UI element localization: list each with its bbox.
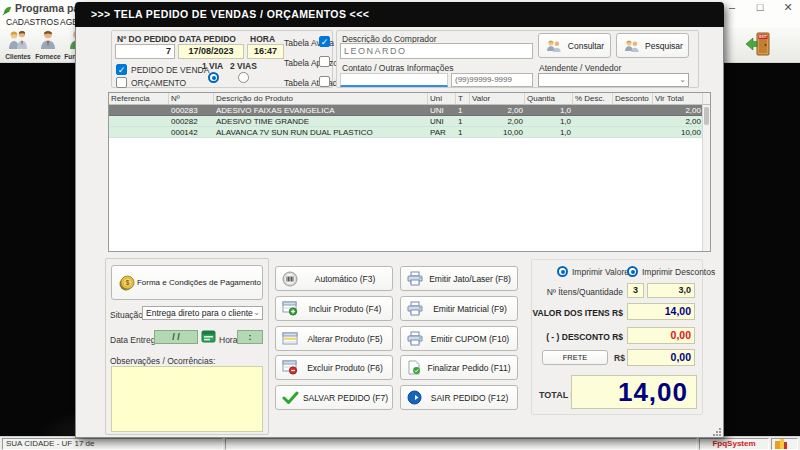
frete-button[interactable]: FRETE [542,350,608,365]
alterar-produto-button[interactable]: Alterar Produto (F5) [275,326,393,351]
sair-pedido-label: SAIR PEDIDO (F12) [422,393,517,403]
tabela-aprazo-checkbox[interactable] [319,56,330,67]
salvar-pedido-label: SALVAR PEDIDO (F7) [299,393,392,403]
itens-quantidade-label: Nº Ítens/Quantidade [516,287,623,297]
col-pdesc[interactable]: % Desc. [573,93,613,104]
col-valor[interactable]: Valor [470,93,525,104]
col-descricao[interactable]: Descrição do Produto [214,93,428,104]
automatico-label: Automático (F3) [298,274,392,284]
order-header-group: Nº DO PEDIDO DATA PEDIDO HORA 7 17/08/20… [111,30,333,88]
table-row[interactable]: 000282 ADESIVO TIME GRANDEUNI 12,00 1,0 … [109,116,710,127]
col-desconto[interactable]: Desconto [613,93,653,104]
situacao-select[interactable]: Entrega direto para o cliente⌄ [142,306,263,320]
menu-cadastros[interactable]: CADASTROS [6,17,59,27]
buyer-group: Descrição do Comprador LEONARDO Contato … [336,30,699,88]
order-date-field[interactable]: 17/08/2023 [178,44,244,59]
excluir-produto-label: Excluir Produto (F6) [298,363,392,373]
order-window-titlebar[interactable]: >>> TELA PEDIDO DE VENDAS / ORÇAMENTOS <… [75,2,724,27]
finalizar-pedido-label: Finalizar Pedido (F11) [421,363,517,373]
table-scrollbar[interactable] [702,105,710,251]
maximize-button[interactable]: □ [754,1,766,14]
sair-pedido-button[interactable]: SAIR PEDIDO (F12) [400,385,518,410]
emitir-jato-laser-button[interactable]: Emitir Jato/Laser (F8) [400,266,518,291]
statusbar: SUA CIDADE - UF 17 de FpqSystem [0,436,800,450]
excluir-produto-button[interactable]: Excluir Produto (F6) [275,355,393,380]
printer-icon [407,271,423,286]
products-table: Referencia Nº Descrição do Produto Uni T… [108,92,711,252]
incluir-produto-label: Incluir Produto (F4) [298,304,392,314]
col-referencia[interactable]: Referencia [109,93,169,104]
tabela-atacado-checkbox[interactable] [319,76,330,87]
close-button[interactable]: ✕ [782,1,794,14]
order-date-label: DATA PEDIDO [179,34,236,44]
toolbar-exit[interactable]: EXIT [742,29,776,63]
status-brand: FpqSystem [699,438,769,450]
pesquisar-button[interactable]: Pesquisar [616,33,689,58]
order-number-field[interactable]: 7 [115,44,175,59]
itens-count-field: 3 [627,283,644,298]
desconto-field[interactable]: 0,00 [627,327,695,344]
toolbar-clientes[interactable]: Clientes [3,29,33,60]
chevron-down-icon: ⌄ [679,74,686,86]
observacoes-textarea[interactable] [111,366,263,432]
alterar-produto-label: Alterar Produto (F5) [298,334,392,344]
delivery-date-field[interactable]: / / [154,330,198,344]
contact-input[interactable] [340,73,448,87]
svg-text:$: $ [126,279,130,287]
delivery-time-field[interactable]: : [237,330,263,344]
calendar-icon[interactable] [201,329,216,348]
emitir-matricial-label: Emitir Matricial (F9) [423,304,517,314]
printer-icon [407,331,423,346]
fpqsystem-logo-icon [775,442,787,450]
buyer-name-field[interactable]: LEONARDO [340,43,533,59]
incluir-produto-button[interactable]: Incluir Produto (F4) [275,296,393,321]
scrollbar-thumb[interactable] [704,107,709,125]
table-row[interactable]: 000142 ALAVANCA 7V SUN RUN DUAL PLASTICO… [109,127,710,138]
phone-field[interactable]: (99)99999-9999 [451,73,533,87]
automatico-button[interactable]: Automático (F3) [275,266,393,291]
finalizar-pedido-button[interactable]: Finalizar Pedido (F11) [400,355,518,380]
tabela-avista-checkbox[interactable]: ✓ [319,36,330,47]
chevron-down-icon: ⌄ [253,307,260,319]
table-row[interactable]: 000283 ADESIVO FAIXAS EVANGELICAUNI 12,0… [109,105,710,116]
via1-radio[interactable] [208,72,219,83]
search-people-icon [623,39,640,53]
imprimir-descontos-radio[interactable] [627,266,638,277]
col-uni[interactable]: Uni [428,93,456,104]
pedido-venda-checkbox[interactable]: ✓ [116,64,127,75]
supplier-icon [37,37,59,54]
salvar-pedido-button[interactable]: SALVAR PEDIDO (F7) [275,385,393,410]
atendente-select[interactable]: ⌄ [538,73,689,87]
order-time-field[interactable]: 16:47 [247,44,284,59]
toolbar-fornecedores[interactable]: Fornece [33,29,63,60]
emitir-jato-laser-label: Emitir Jato/Laser (F8) [423,274,517,284]
minimize-button[interactable]: – [726,1,738,14]
via2-radio[interactable] [238,72,249,83]
save-check-icon [282,391,299,405]
status-city: SUA CIDADE - UF 17 de [2,438,223,450]
frete-field[interactable]: 0,00 [627,349,695,366]
consult-people-icon [545,39,562,53]
col-numero[interactable]: Nº [169,93,214,104]
payment-terms-button[interactable]: $ Forma e Condições de Pagamento [111,265,263,300]
pedido-venda-label: PEDIDO DE VENDA [131,65,209,75]
valor-itens-field: 14,00 [627,303,695,320]
orcamento-label: ORÇAMENTO [131,78,186,88]
emitir-cupom-button[interactable]: Emitir CUPOM (F10) [400,326,518,351]
imprimir-valores-radio[interactable] [557,266,568,277]
col-quantia[interactable]: Quantia [525,93,573,104]
frete-currency-label: R$ [614,353,625,363]
frete-label: FRETE [543,353,607,362]
resize-grip[interactable] [712,427,721,436]
col-vlrtotal[interactable]: Vlr Total [653,93,703,104]
clients-icon [6,37,30,54]
orcamento-checkbox[interactable] [116,77,127,88]
order-number-label: Nº DO PEDIDO [117,34,176,44]
contact-label: Contato / Outras Informações [342,63,454,73]
via2-label: 2 VIAS [230,61,257,71]
edit-product-icon [282,331,298,346]
svg-text:EXIT: EXIT [759,35,767,39]
consultar-button[interactable]: Consultar [538,33,611,58]
col-t[interactable]: T [456,93,470,104]
emitir-matricial-button[interactable]: Emitir Matricial (F9) [400,296,518,321]
